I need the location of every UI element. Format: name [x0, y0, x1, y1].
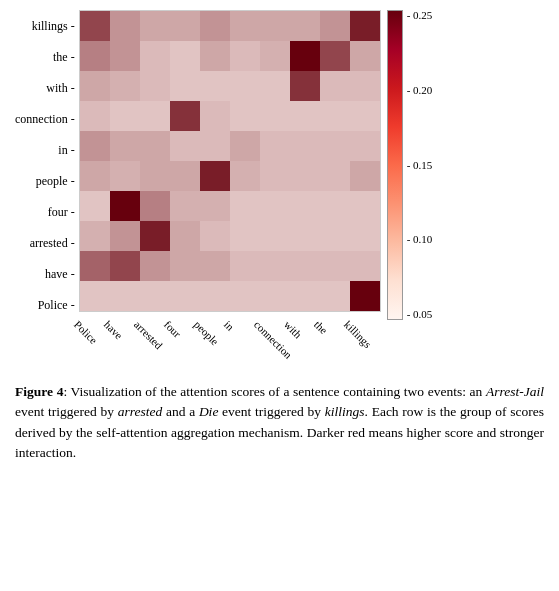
heatmap-cell: [260, 41, 290, 71]
heatmap-cell: [230, 191, 260, 221]
colorbar-ticks: - 0.25- 0.20- 0.15- 0.10- 0.05: [407, 10, 433, 320]
heatmap-cell: [80, 161, 110, 191]
colorbar-tick-label: - 0.25: [407, 10, 433, 21]
chart-area: killings -the -with -connection -in -peo…: [15, 10, 544, 374]
heatmap-cell: [80, 131, 110, 161]
heatmap-cell: [290, 11, 320, 41]
heatmap-cell: [140, 101, 170, 131]
heatmap-cell: [320, 101, 350, 131]
heatmap-cell: [140, 161, 170, 191]
heatmap-cell: [350, 101, 380, 131]
heatmap-cell: [140, 131, 170, 161]
heatmap-cell: [260, 191, 290, 221]
caption-text: Arrest-Jail: [486, 384, 544, 399]
heatmap-cell: [80, 251, 110, 281]
heatmap-cell: [320, 221, 350, 251]
heatmap-cell: [80, 281, 110, 311]
heatmap-cell: [110, 41, 140, 71]
heatmap-cell: [260, 101, 290, 131]
heatmap-cell: [230, 161, 260, 191]
heatmap-cell: [140, 11, 170, 41]
heatmap-cell: [200, 161, 230, 191]
heatmap-cell: [170, 221, 200, 251]
y-label: four -: [15, 197, 75, 227]
heatmap-cell: [290, 191, 320, 221]
heatmap-cell: [200, 41, 230, 71]
heatmap-cell: [200, 191, 230, 221]
heatmap-cell: [110, 191, 140, 221]
heatmap-cell: [320, 251, 350, 281]
heatmap-cell: [290, 131, 320, 161]
heatmap-cell: [140, 251, 170, 281]
figure-caption: Figure 4: Visualization of the attention…: [15, 382, 544, 463]
heatmap-cell: [170, 71, 200, 101]
heatmap-cell: [350, 41, 380, 71]
heatmap-cell: [80, 101, 110, 131]
heatmap-cell: [110, 11, 140, 41]
heatmap-grid: [79, 10, 381, 312]
heatmap-cell: [230, 41, 260, 71]
heatmap-cell: [170, 101, 200, 131]
heatmap-cell: [230, 101, 260, 131]
colorbar-tick-label: - 0.20: [407, 85, 433, 96]
colorbar-container: - 0.25- 0.20- 0.15- 0.10- 0.05: [387, 10, 433, 320]
heatmap-cell: [350, 71, 380, 101]
y-label: the -: [15, 42, 75, 72]
heatmap-cell: [320, 191, 350, 221]
heatmap-cell: [80, 221, 110, 251]
heatmap-cell: [260, 11, 290, 41]
heatmap-cell: [290, 41, 320, 71]
main-container: killings -the -with -connection -in -peo…: [0, 0, 559, 478]
heatmap-cell: [170, 191, 200, 221]
caption-text: event triggered by: [15, 404, 118, 419]
heatmap-cell: [200, 71, 230, 101]
heatmap-cell: [170, 281, 200, 311]
heatmap-cell: [110, 71, 140, 101]
y-label: Police -: [15, 290, 75, 320]
heatmap-cell: [290, 71, 320, 101]
heatmap-cell: [230, 131, 260, 161]
heatmap-cell: [320, 11, 350, 41]
heatmap-cell: [200, 281, 230, 311]
heatmap-cell: [80, 11, 110, 41]
heatmap-cell: [230, 11, 260, 41]
heatmap-cell: [200, 221, 230, 251]
heatmap-cell: [350, 221, 380, 251]
heatmap-cell: [110, 161, 140, 191]
heatmap-cell: [320, 281, 350, 311]
heatmap-cell: [290, 251, 320, 281]
colorbar-gradient: [387, 10, 403, 320]
heatmap-cell: [290, 221, 320, 251]
heatmap-cell: [140, 191, 170, 221]
heatmap-cell: [200, 11, 230, 41]
heatmap-cell: [320, 161, 350, 191]
heatmap-cell: [350, 11, 380, 41]
heatmap-cell: [230, 71, 260, 101]
heatmap-cell: [290, 161, 320, 191]
caption-text: : Visualization of the attention scores …: [63, 384, 486, 399]
heatmap-cell: [80, 41, 110, 71]
heatmap-cell: [260, 251, 290, 281]
heatmap-cell: [200, 131, 230, 161]
heatmap-cell: [140, 41, 170, 71]
heatmap-cell: [260, 161, 290, 191]
heatmap-cell: [140, 71, 170, 101]
y-label: with -: [15, 73, 75, 103]
heatmap-cell: [290, 281, 320, 311]
heatmap-cell: [230, 251, 260, 281]
caption-text: event triggered by: [218, 404, 324, 419]
caption-text: and a: [162, 404, 199, 419]
heatmap-cell: [170, 251, 200, 281]
heatmap-cell: [170, 161, 200, 191]
heatmap-cell: [350, 131, 380, 161]
heatmap-cell: [230, 221, 260, 251]
heatmap-cell: [110, 101, 140, 131]
heatmap-cell: [260, 281, 290, 311]
y-label: connection -: [15, 104, 75, 134]
heatmap-cell: [200, 101, 230, 131]
y-label: have -: [15, 259, 75, 289]
heatmap-cell: [170, 131, 200, 161]
y-label: arrested -: [15, 228, 75, 258]
caption-text: arrested: [118, 404, 163, 419]
heatmap-cell: [350, 161, 380, 191]
